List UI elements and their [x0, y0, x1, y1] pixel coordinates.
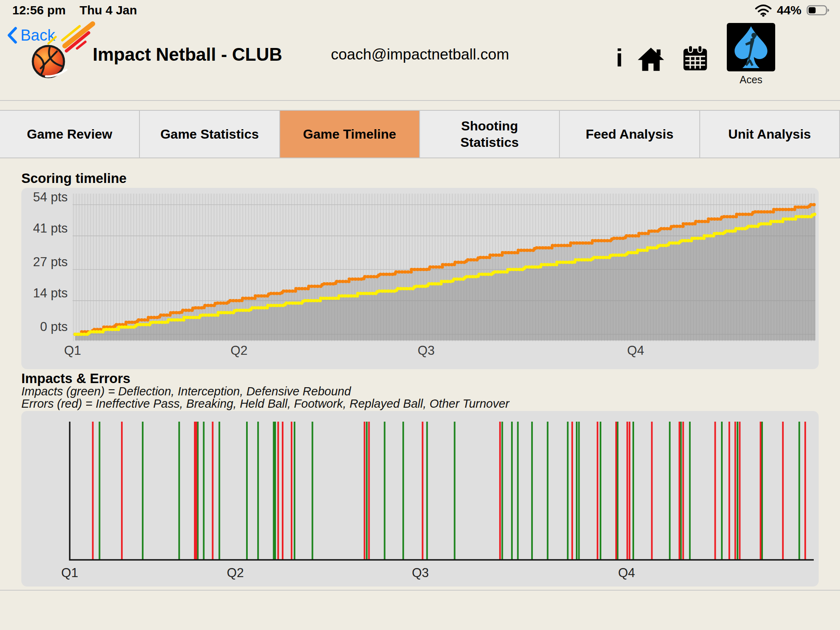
- scoring-timeline-chart: 54 pts41 pts27 pts14 pts0 ptsQ1Q2Q3Q4: [21, 188, 819, 369]
- tab-game-timeline[interactable]: Game Timeline: [279, 110, 420, 158]
- status-bar-left: 12:56 pm Thu 4 Jan: [12, 3, 137, 17]
- tab-feed-analysis[interactable]: Feed Analysis: [559, 110, 700, 158]
- coach-email-text: coach@impactnetball.com: [0, 46, 840, 63]
- tab-shooting-statistics[interactable]: Shooting Statistics: [419, 110, 560, 158]
- tab-bar: Game ReviewGame StatisticsGame TimelineS…: [0, 110, 840, 158]
- calendar-icon: [682, 45, 709, 72]
- svg-text:54 pts: 54 pts: [33, 190, 68, 204]
- svg-text:Q2: Q2: [231, 343, 247, 358]
- svg-text:Q4: Q4: [627, 343, 644, 358]
- svg-text:0 pts: 0 pts: [40, 320, 68, 334]
- header-divider: [0, 100, 840, 101]
- team-logo-caption: Aces: [727, 74, 775, 86]
- svg-text:Q4: Q4: [618, 566, 635, 580]
- scoring-timeline-heading: Scoring timeline: [21, 171, 127, 186]
- home-icon: [637, 46, 665, 72]
- calendar-button[interactable]: [682, 45, 709, 72]
- impacts-legend-text: Impacts (green) = Deflection, Intercepti…: [21, 385, 351, 398]
- team-logo-aces[interactable]: [727, 23, 775, 71]
- status-bar-right: 44%: [755, 3, 830, 17]
- tab-game-statistics[interactable]: Game Statistics: [139, 110, 280, 158]
- spade-icon: [730, 25, 772, 70]
- svg-text:Q2: Q2: [227, 566, 244, 580]
- info-icon: i: [616, 43, 623, 72]
- app-screen: 12:56 pm Thu 4 Jan 44% Back: [0, 0, 840, 630]
- svg-text:Q1: Q1: [61, 566, 78, 580]
- back-chevron-icon: [6, 26, 18, 44]
- home-button[interactable]: [637, 46, 665, 72]
- info-button[interactable]: i: [610, 44, 628, 71]
- battery-percent: 44%: [777, 3, 801, 17]
- errors-legend-text: Errors (red) = Ineffective Pass, Breakin…: [21, 397, 509, 411]
- battery-icon: [806, 4, 830, 16]
- svg-text:14 pts: 14 pts: [33, 286, 68, 300]
- status-date: Thu 4 Jan: [80, 3, 137, 17]
- svg-text:27 pts: 27 pts: [33, 255, 68, 269]
- tab-unit-analysis[interactable]: Unit Analysis: [699, 110, 840, 158]
- impacts-errors-heading: Impacts & Errors: [21, 371, 130, 386]
- svg-text:Q1: Q1: [64, 343, 81, 358]
- svg-text:41 pts: 41 pts: [33, 221, 68, 235]
- svg-text:Q3: Q3: [418, 343, 434, 358]
- bottom-divider: [0, 590, 840, 591]
- wifi-icon: [755, 4, 772, 17]
- tab-game-review[interactable]: Game Review: [0, 110, 140, 158]
- impacts-errors-chart: Q1Q2Q3Q4: [21, 411, 819, 587]
- svg-text:Q3: Q3: [412, 566, 429, 580]
- status-time: 12:56 pm: [12, 3, 66, 17]
